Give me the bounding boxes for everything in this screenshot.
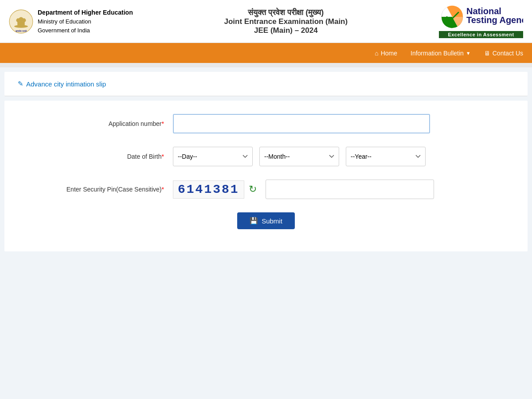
app-number-label: Application number* — [22, 120, 173, 127]
header-left: सत्यमेव जयते Department of Higher Educat… — [9, 8, 133, 35]
hindi-title: संयुक्त प्रवेश परीक्षा (मुख्य) — [133, 8, 439, 17]
emblem-icon: सत्यमेव जयते — [9, 9, 33, 34]
captcha-image: 6141381 — [173, 180, 244, 199]
nta-logo: National Testing Agency Excellence in As… — [439, 4, 523, 38]
refresh-captcha-icon[interactable]: ↻ — [249, 184, 257, 195]
security-pin-label: Enter Security Pin(Case Sensitive)* — [22, 186, 173, 193]
dept-info: Department of Higher Education Ministry … — [38, 8, 133, 35]
nav-bulletin[interactable]: Information Bulletin ▼ — [411, 50, 471, 57]
nta-logo-svg: National Testing Agency — [439, 4, 523, 31]
home-icon: ⌂ — [375, 50, 378, 57]
svg-text:Testing Agency: Testing Agency — [466, 15, 523, 25]
required-star: * — [162, 120, 164, 127]
svg-rect-2 — [17, 21, 25, 26]
submit-button[interactable]: 💾 Submit — [237, 212, 295, 229]
submit-label: Submit — [262, 217, 282, 225]
nta-tagline: Excellence in Assessment — [439, 31, 523, 38]
dob-required-star: * — [162, 153, 164, 160]
header-right: National Testing Agency Excellence in As… — [439, 4, 523, 38]
page-header: सत्यमेव जयते Department of Higher Educat… — [0, 0, 532, 43]
form-container: Application number* Date of Birth* --Day… — [4, 101, 528, 251]
header-center: संयुक्त प्रवेश परीक्षा (मुख्य) Joint Ent… — [133, 8, 439, 35]
dob-row: Date of Birth* --Day-- 12345678910111213… — [22, 147, 510, 166]
dob-selects: --Day-- 12345678910111213141516171819202… — [173, 147, 430, 166]
govt-name: Government of India — [38, 26, 133, 35]
nav-contact-label: Contact Us — [493, 50, 523, 57]
app-number-input[interactable] — [173, 114, 430, 133]
contact-icon: 🖥 — [484, 50, 490, 57]
svg-text:National: National — [466, 6, 501, 16]
svg-point-5 — [19, 17, 23, 22]
breadcrumb-text: Advance city intimation slip — [26, 80, 106, 88]
nav-home[interactable]: ⌂ Home — [375, 50, 397, 57]
jee-title: JEE (Main) – 2024 — [133, 26, 439, 35]
chevron-down-icon: ▼ — [466, 51, 471, 56]
year-select[interactable]: --Year-- 2010200920082007200620052004200… — [346, 147, 426, 166]
captcha-area: 6141381 ↻ — [173, 180, 434, 199]
app-number-row: Application number* — [22, 114, 510, 133]
ministry-name: Ministry of Education — [38, 17, 133, 26]
eng-title: Joint Entrance Examination (Main) — [133, 17, 439, 26]
captcha-input[interactable] — [266, 180, 434, 199]
pin-required-star: * — [162, 186, 164, 193]
svg-text:सत्यमेव जयते: सत्यमेव जयते — [15, 29, 27, 32]
month-select[interactable]: --Month-- JanuaryFebruaryMarchAprilMayJu… — [259, 147, 339, 166]
navbar: ⌂ Home Information Bulletin ▼ 🖥 Contact … — [0, 43, 532, 63]
sub-header-bar — [0, 63, 532, 67]
breadcrumb-link[interactable]: ✎ Advance city intimation slip — [18, 80, 514, 88]
dept-name: Department of Higher Education — [38, 8, 133, 17]
breadcrumb-section: ✎ Advance city intimation slip — [4, 72, 528, 96]
submit-row: 💾 Submit — [22, 212, 510, 229]
day-select[interactable]: --Day-- 12345678910111213141516171819202… — [173, 147, 253, 166]
nav-home-label: Home — [381, 50, 397, 57]
security-pin-row: Enter Security Pin(Case Sensitive)* 6141… — [22, 180, 510, 199]
submit-icon: 💾 — [250, 217, 258, 225]
nav-bulletin-label: Information Bulletin — [411, 50, 464, 57]
dob-label: Date of Birth* — [22, 153, 173, 160]
edit-icon: ✎ — [18, 80, 23, 88]
nav-contact[interactable]: 🖥 Contact Us — [484, 50, 523, 57]
